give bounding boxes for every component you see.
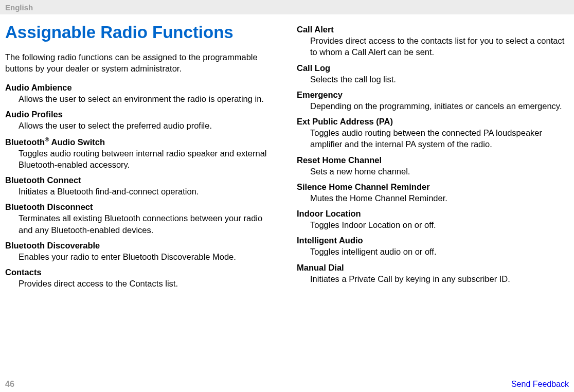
send-feedback-link[interactable]: Send Feedback (511, 380, 569, 389)
definition: Mutes the Home Channel Reminder. (310, 192, 569, 204)
term: Call Alert (297, 25, 569, 34)
definition-list-left: Audio Ambience Allows the user to select… (5, 83, 277, 290)
page-title: Assignable Radio Functions (5, 23, 277, 42)
content-area: Assignable Radio Functions The following… (0, 14, 574, 289)
term-prefix: Bluetooth (5, 137, 45, 147)
definition: Sets a new home channel. (310, 166, 569, 177)
language-label: English (5, 3, 33, 12)
term-suffix: Audio Switch (49, 137, 105, 147)
definition: Selects the call log list. (310, 74, 569, 85)
term: Intelligent Audio (297, 236, 569, 245)
term: Bluetooth® Audio Switch (5, 136, 277, 147)
definition: Toggles audio routing between the connec… (310, 127, 569, 150)
term: Ext Public Address (PA) (297, 117, 569, 127)
definition: Terminates all existing Bluetooth connec… (19, 212, 277, 236)
intro-paragraph: The following radio functions can be ass… (5, 51, 277, 75)
definition: Allows the user to select an environment… (19, 93, 277, 104)
registered-symbol: ® (45, 136, 49, 142)
term: Indoor Location (297, 209, 569, 219)
term: Audio Profiles (5, 110, 277, 119)
term: Audio Ambience (5, 83, 277, 93)
definition: Depending on the programming, initiates … (310, 100, 569, 112)
term: Contacts (5, 268, 277, 277)
term: Bluetooth Disconnect (5, 202, 277, 212)
term: Call Log (297, 63, 569, 73)
right-column: Call Alert Provides direct access to the… (297, 19, 569, 289)
definition: Toggles intelligent audio on or off. (310, 246, 569, 257)
definition: Allows the user to select the preferred … (19, 120, 277, 131)
term: Bluetooth Connect (5, 175, 277, 185)
definition-list-right: Call Alert Provides direct access to the… (297, 25, 569, 284)
term: Emergency (297, 90, 569, 100)
definition: Initiates a Bluetooth find-and-connect o… (19, 186, 277, 197)
definition: Initiates a Private Call by keying in an… (310, 273, 569, 284)
definition: Toggles audio routing between internal r… (19, 148, 277, 171)
term: Manual Dial (297, 263, 569, 273)
term: Reset Home Channel (297, 155, 569, 165)
definition: Enables your radio to enter Bluetooth Di… (19, 251, 277, 262)
definition: Toggles Indoor Location on or off. (310, 219, 569, 230)
term: Bluetooth Discoverable (5, 241, 277, 251)
page-number: 46 (5, 380, 14, 389)
header-bar: English (0, 0, 574, 14)
definition: Provides direct access to the contacts l… (310, 35, 569, 58)
definition: Provides direct access to the Contacts l… (19, 278, 277, 289)
footer: 46 Send Feedback (0, 380, 574, 389)
term: Silence Home Channel Reminder (297, 182, 569, 192)
left-column: Assignable Radio Functions The following… (5, 19, 277, 289)
